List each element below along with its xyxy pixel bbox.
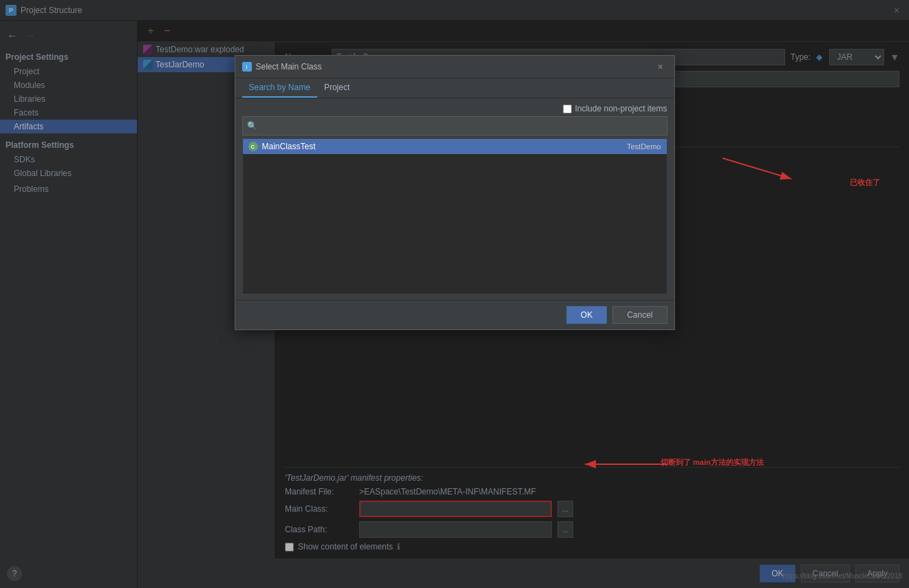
modal-options-row: Include non-project items — [242, 104, 667, 113]
modal-footer: OK Cancel — [235, 300, 674, 329]
modal-tabs: Search by Name Project — [235, 78, 674, 98]
modal-cancel-button[interactable]: Cancel — [612, 306, 667, 324]
modal-search-icon: 🔍 — [247, 121, 257, 131]
modal-titlebar: I Select Main Class × — [235, 56, 674, 78]
tab-search-by-name[interactable]: Search by Name — [242, 78, 317, 98]
modal-close-button[interactable]: × — [654, 60, 667, 74]
modal-ok-button[interactable]: OK — [566, 306, 607, 324]
result-module-name: TestDemo — [627, 142, 661, 151]
modal-search-input[interactable] — [260, 121, 663, 131]
result-class-name: MainClassTest — [262, 142, 623, 151]
modal-search-box: 🔍 — [242, 116, 667, 135]
modal-overlay: I Select Main Class × Search by Name Pro… — [0, 0, 909, 588]
include-non-project-checkbox[interactable] — [563, 105, 572, 113]
result-item-main-class-test[interactable]: C MainClassTest TestDemo — [243, 139, 667, 154]
modal-title: Select Main Class — [256, 62, 654, 72]
modal-body: Include non-project items 🔍 C MainClassT… — [235, 98, 674, 300]
modal-icon: I — [242, 62, 252, 72]
class-icon: C — [248, 142, 258, 151]
modal-results: C MainClassTest TestDemo — [242, 138, 667, 294]
select-main-class-modal: I Select Main Class × Search by Name Pro… — [235, 55, 675, 330]
include-non-project-label: Include non-project items — [563, 104, 667, 113]
tab-project[interactable]: Project — [317, 78, 356, 98]
